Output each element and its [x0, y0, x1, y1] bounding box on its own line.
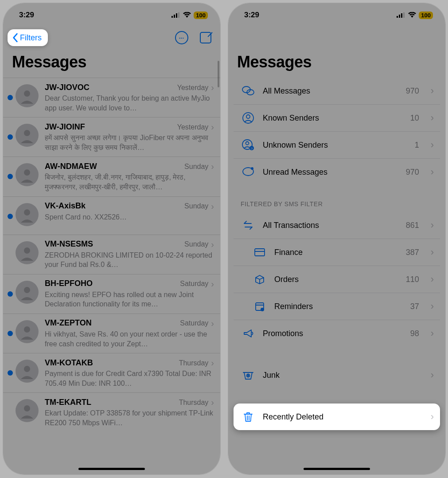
conversation-row[interactable]: JW-JIOVOCYesterday›Dear Customer, Thank …: [3, 78, 220, 117]
filter-row-recently-deleted[interactable]: Recently Deleted›: [234, 404, 440, 430]
chevron-right-icon: ›: [211, 239, 214, 250]
sender-label: VK-AxisBk: [45, 201, 86, 211]
chevron-right-icon: ›: [431, 411, 434, 423]
filter-row-junk[interactable]: Junk›: [234, 362, 440, 388]
sender-label: TM-EKARTL: [45, 398, 91, 407]
nav-actions: •••: [175, 31, 211, 44]
chevron-right-icon: ›: [431, 166, 434, 178]
status-indicators: 100: [397, 12, 433, 19]
filter-row-unread-messages[interactable]: Unread Messages970›: [234, 158, 440, 185]
filter-count: 1: [415, 141, 419, 150]
avatar: [16, 320, 39, 343]
conversation-row[interactable]: VM-KOTAKBThursday›Payment is due for Cre…: [3, 353, 220, 392]
svg-point-26: [251, 167, 253, 170]
compose-button[interactable]: [200, 32, 211, 43]
filter-row-all-messages[interactable]: All Messages970›: [234, 78, 440, 104]
bubbles-icon: [242, 84, 255, 98]
time-label: Thursday›: [179, 397, 214, 407]
unread-dot-icon: [8, 174, 13, 179]
chevron-right-icon: ›: [211, 201, 214, 212]
unread-dot-icon: [8, 291, 13, 297]
time-label: Yesterday›: [177, 82, 214, 93]
home-indicator[interactable]: [78, 468, 145, 470]
sender-label: VM-KOTAKB: [45, 358, 93, 368]
chevron-right-icon: ›: [431, 369, 434, 381]
filter-group-junk: Junk›: [234, 362, 440, 388]
chevron-right-icon: ›: [211, 161, 214, 172]
filter-row-orders[interactable]: Orders110›: [234, 266, 440, 293]
avatar: [16, 399, 39, 422]
svg-point-5: [24, 130, 30, 136]
conversation-row[interactable]: TM-EKARTLThursday›Ekart Update: OTP 3385…: [3, 392, 220, 432]
chevron-right-icon: ›: [431, 112, 434, 124]
svg-rect-1: [174, 15, 175, 18]
preview-label: Exciting news! EPFO has rolled out a new…: [45, 290, 214, 309]
time-label: Sunday›: [184, 201, 214, 212]
filter-label: Unread Messages: [263, 168, 398, 177]
filter-label: Recently Deleted: [263, 412, 411, 422]
chevron-right-icon: ›: [431, 247, 434, 258]
filter-label: Known Senders: [263, 114, 402, 123]
svg-rect-14: [399, 15, 400, 18]
svg-text:?: ?: [251, 147, 253, 151]
svg-point-22: [246, 142, 249, 145]
conversation-row[interactable]: BH-EPFOHOSaturday›Exciting news! EPFO ha…: [3, 274, 220, 313]
conversation-list[interactable]: JW-JIOVOCYesterday›Dear Customer, Thank …: [3, 78, 220, 432]
filter-label: All Messages: [263, 86, 398, 96]
filter-group-sms: All Transactions861›Finance387›Orders110…: [234, 212, 440, 347]
filter-row-unknown-senders[interactable]: ?Unknown Senders1›: [234, 131, 440, 158]
filters-back-button[interactable]: Filters: [8, 29, 48, 46]
chevron-right-icon: ›: [431, 274, 434, 285]
scroll-indicator[interactable]: [218, 61, 219, 87]
conversation-row[interactable]: JW-JIOINFYesterday›हमें आपसे सुनना अच्छा…: [3, 117, 220, 157]
home-indicator[interactable]: [304, 468, 370, 470]
filter-count: 970: [406, 86, 419, 96]
junk-icon: [242, 368, 255, 382]
messages-list-screen: 3:29 100 Filters ••• Messages JW-JIOVOCY…: [3, 3, 220, 474]
svg-point-6: [24, 169, 30, 176]
preview-label: बिजनोर, बुलंदशहर, जी.बी.नगर, गाजियाबाद, …: [45, 172, 214, 192]
svg-point-8: [24, 247, 30, 254]
avatar: [16, 163, 39, 186]
bubble-dot-icon: [242, 165, 255, 179]
preview-label: Payment is due for Credit Card x7390 Tot…: [45, 369, 214, 388]
svg-point-7: [24, 209, 30, 215]
filter-label: Junk: [263, 371, 411, 380]
status-time: 3:29: [244, 11, 259, 20]
unread-dot-icon: [8, 370, 13, 376]
sender-label: BH-EPFOHO: [45, 279, 93, 288]
filter-row-known-senders[interactable]: Known Senders10›: [234, 104, 440, 131]
box-icon: [253, 273, 266, 286]
filter-label: Finance: [274, 248, 398, 257]
avatar: [16, 124, 39, 147]
filter-count: 10: [410, 114, 419, 123]
avatar: [16, 281, 39, 304]
sender-label: JW-JIOVOC: [45, 83, 90, 92]
chevron-right-icon: ›: [211, 358, 214, 368]
chevron-right-icon: ›: [431, 301, 434, 312]
svg-point-10: [24, 326, 30, 333]
conversation-row[interactable]: AW-NDMAEWSunday›बिजनोर, बुलंदशहर, जी.बी.…: [3, 157, 220, 196]
avatar: [16, 84, 39, 107]
conversation-row[interactable]: VK-AxisBkSunday›Spent Card no. XX2526…: [3, 196, 220, 235]
conversation-row[interactable]: VM-ZEPTONSaturday›Hi vikhyat, Save Rs. 4…: [3, 313, 220, 353]
filter-label: Unknown Senders: [263, 141, 407, 150]
filter-row-finance[interactable]: Finance387›: [234, 239, 440, 266]
megaphone-icon: [242, 327, 255, 340]
page-title: Messages: [228, 48, 445, 78]
filter-row-promotions[interactable]: Promotions98›: [234, 320, 440, 347]
filter-count: 387: [406, 248, 419, 257]
sender-label: VM-ZEPTON: [45, 318, 92, 328]
svg-rect-27: [255, 249, 265, 256]
avatar: [16, 203, 39, 226]
page-title: Messages: [3, 48, 220, 78]
filter-label: All Transactions: [263, 221, 398, 230]
conversation-row[interactable]: VM-NSESMSSunday›ZERODHA BROKING LIMITED …: [3, 235, 220, 274]
more-button[interactable]: •••: [175, 31, 188, 44]
battery-badge: 100: [194, 12, 208, 19]
filter-row-all-transactions[interactable]: All Transactions861›: [234, 212, 440, 239]
filter-row-reminders[interactable]: Reminders37›: [234, 293, 440, 320]
status-bar: 3:29 100: [228, 3, 445, 27]
chevron-left-icon: [11, 33, 19, 43]
wifi-icon: [408, 12, 416, 18]
